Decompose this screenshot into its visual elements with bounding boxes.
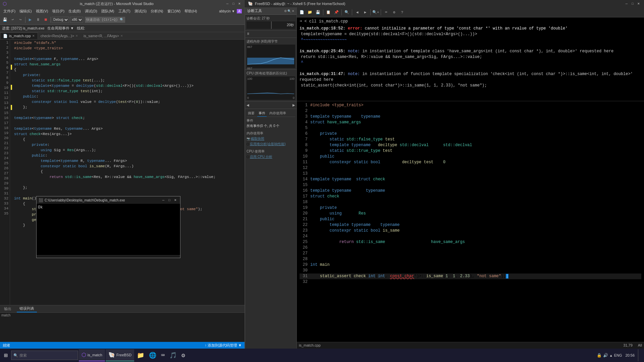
xs-line-31: 31 static_assert(check<int(int, const_ch…	[300, 274, 641, 279]
cpu-chart: 100 100 0 0	[247, 76, 295, 100]
bp-indicator3	[11, 105, 12, 110]
xs-tb-left[interactable]: ◀	[354, 9, 361, 16]
xs-tb-zoomin[interactable]: 🔍+	[372, 9, 379, 16]
console-minimize[interactable]: ─	[161, 198, 166, 202]
xs-sep2	[341, 9, 342, 15]
xs-line-32: 32}	[300, 279, 641, 285]
taskbar-settings[interactable]: ⚙	[179, 349, 187, 361]
taskbar-browser[interactable]: 🌐	[147, 349, 158, 361]
xs-line-29: 29int main()	[300, 262, 641, 268]
vs-minimize[interactable]: ─	[225, 1, 230, 6]
code-line-7: private:	[14, 72, 243, 78]
menu-team[interactable]: 团队(M)	[99, 8, 116, 14]
tab-check-res[interactable]: check<Res(Args...)> ✕	[38, 33, 81, 39]
co-line1: ➜ < cll is_match.cpp	[300, 19, 641, 24]
error-list-row: match	[1, 313, 243, 317]
menu-test[interactable]: 测试(S)	[132, 8, 149, 14]
tb-redo[interactable]: ↪	[17, 16, 24, 23]
xs-tb-copy[interactable]: 📋	[325, 9, 332, 16]
xs-filename: is_match.cpp	[299, 343, 321, 348]
code-content[interactable]: #include "stdafx.h" #include <type_trait…	[13, 40, 245, 305]
menu-file[interactable]: 文件(F)	[1, 8, 17, 14]
xshell-code-content[interactable]: 1#include <type_traits> 2 3template<type…	[297, 101, 644, 342]
error-list-content: match	[0, 313, 245, 342]
taskbar-music[interactable]: 🎵	[167, 349, 179, 361]
tab-is-same[interactable]: is_same<R, ...FArgs> ✕	[81, 33, 126, 39]
menu-edit[interactable]: 编辑(E)	[17, 8, 34, 14]
console-scrollbar[interactable]	[37, 255, 180, 258]
pause-icon[interactable]: ⏸	[247, 32, 250, 36]
diag-nav-left[interactable]: ◀	[247, 103, 249, 107]
start-button[interactable]: ⊞	[1, 349, 10, 361]
cpu-analysis-label[interactable]: 启用 CPU 分析	[250, 155, 272, 159]
diag-tab-memory[interactable]: 内存使用率	[268, 110, 287, 117]
cpu-icon: ⬡	[247, 155, 249, 159]
tb-search[interactable]: 快速启动 (Ctrl+Q) 🔍	[85, 17, 125, 23]
menu-build[interactable]: 生成(B)	[66, 8, 83, 14]
debug-mode-select[interactable]: Debug	[52, 17, 69, 23]
console-close[interactable]: ✕	[173, 198, 178, 202]
statusbar-source: ↑ 添加到源代码管理 ▼	[205, 343, 242, 348]
menu-window[interactable]: 窗口(W)	[165, 8, 183, 14]
xs-tb-right[interactable]: ▶	[362, 9, 369, 16]
vs-close[interactable]: ✕	[237, 1, 242, 6]
xs-tb-paste[interactable]: 📌	[333, 9, 340, 16]
menu-view[interactable]: 视图(V)	[34, 8, 50, 14]
vs-taskbar-icon: ⬡	[82, 352, 86, 358]
code-line-10: static std::true_type test(int);	[14, 88, 243, 94]
xs-line-16: 16template<typename Res, typename... Arg…	[300, 188, 641, 194]
diag-tab-summary[interactable]: 摘要	[247, 110, 256, 117]
tray-volume[interactable]: 🔊	[603, 353, 608, 358]
tab-is-match-cpp[interactable]: 📄 is_match.cpp ✕	[0, 33, 38, 39]
menu-tools[interactable]: 工具(T)	[116, 8, 132, 14]
tray-network[interactable]: 🔒	[597, 353, 602, 358]
diag-settings[interactable]: ⚙	[284, 9, 287, 13]
xs-tb-help[interactable]: ?	[398, 9, 406, 16]
xs-tb-new[interactable]: 📄	[298, 9, 306, 16]
tb-pause[interactable]: ⏸	[34, 16, 42, 23]
xs-tb-term[interactable]: ⌨	[382, 9, 390, 16]
capture-label[interactable]: 截取快照	[251, 136, 264, 141]
diag-memory-title: 进程内存 (KB)用字节	[247, 39, 295, 44]
menu-project[interactable]: 项目(P)	[50, 8, 66, 14]
tab-errors[interactable]: 错误列表	[17, 305, 37, 312]
menu-help[interactable]: 帮助(H)	[182, 8, 199, 14]
code-line-11: public:	[14, 94, 243, 99]
diag-tab-events[interactable]: 事件	[257, 110, 267, 117]
console-content[interactable]: Ok	[37, 204, 180, 255]
diag-zoom[interactable]: 🔍	[287, 9, 291, 13]
xs-close[interactable]: ✕	[636, 1, 641, 6]
show-desktop[interactable]	[638, 349, 641, 361]
taskbar-search[interactable]: 🔍 搜索	[11, 351, 78, 360]
console-maximize[interactable]: □	[167, 198, 172, 202]
xshell-code-viewer: 1#include <type_traits> 2 3template<type…	[297, 101, 644, 349]
tb-stop[interactable]: ⏹	[42, 16, 49, 23]
platform-select[interactable]: x86	[70, 17, 83, 23]
menu-analyze[interactable]: 分析(N)	[149, 8, 165, 14]
tb-undo[interactable]: ↩	[9, 16, 16, 23]
tb-run[interactable]: ▶	[26, 16, 34, 23]
xs-minimize[interactable]: ─	[624, 1, 629, 6]
xs-tb-search[interactable]: 🔍	[343, 9, 351, 16]
xs-tb-settings[interactable]: ⚙	[390, 9, 398, 16]
xs-maximize[interactable]: □	[630, 1, 635, 6]
tray-up-arrow[interactable]: ▲	[609, 354, 613, 357]
taskbar-file-manager[interactable]: 📁	[135, 349, 146, 361]
vs-maximize[interactable]: □	[231, 1, 236, 6]
taskbar-app-xshell[interactable]: 🐚 FreeBSD	[106, 349, 134, 361]
tb-save[interactable]: 💾	[1, 16, 9, 23]
code-line-2: #include <type_traits>	[14, 46, 243, 51]
taskbar-app-vs[interactable]: ⬡ is_match	[79, 349, 105, 361]
vs-titlebar: ⬡ is_match (正在运行) - Microsoft Visual Stu…	[0, 0, 245, 7]
menu-debug[interactable]: 调试(D)	[83, 8, 99, 14]
xs-tb-save[interactable]: 💾	[314, 9, 322, 16]
xs-tb-open[interactable]: 📁	[306, 9, 314, 16]
diag-nav-right[interactable]: ▶	[292, 103, 295, 107]
tab-output[interactable]: 输出	[1, 306, 14, 312]
diag-close[interactable]: ✕	[292, 9, 294, 13]
code-line-12: constexpr static bool value = decltype(t…	[14, 99, 243, 105]
tray-lang: ENG	[614, 353, 622, 357]
xs-line-12: 12};	[300, 165, 641, 171]
analysis-label[interactable]: 应用堆分析(会影响性能)	[250, 142, 286, 146]
taskbar-terminal[interactable]: ⌨	[159, 349, 167, 361]
